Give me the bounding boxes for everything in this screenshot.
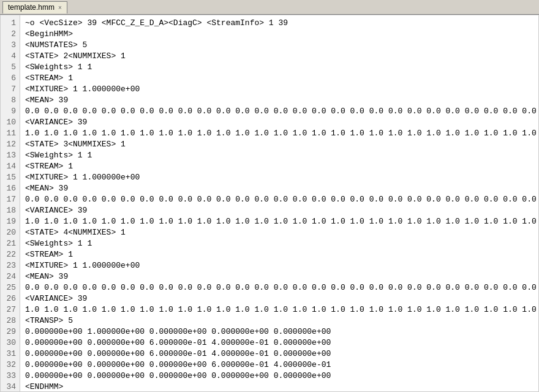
line-number: 25 [3, 282, 16, 293]
code-line: 0.0 0.0 0.0 0.0 0.0 0.0 0.0 0.0 0.0 0.0 … [25, 106, 533, 117]
line-number: 8 [3, 95, 16, 106]
line-number: 22 [3, 249, 16, 260]
code-line: <STATE> 2<NUMMIXES> 1 [25, 51, 533, 62]
code-line: <MEAN> 39 [25, 95, 533, 106]
line-number: 26 [3, 293, 16, 304]
line-number: 27 [3, 304, 16, 315]
line-number: 31 [3, 349, 16, 360]
code-line: <SWeights> 1 1 [25, 150, 533, 161]
code-line: 1.0 1.0 1.0 1.0 1.0 1.0 1.0 1.0 1.0 1.0 … [25, 128, 533, 139]
line-number: 12 [3, 139, 16, 150]
code-line: <MIXTURE> 1 1.000000e+00 [25, 172, 533, 183]
code-line: <STREAM> 1 [25, 249, 533, 260]
line-number: 33 [3, 371, 16, 382]
code-line: <STATE> 4<NUMMIXES> 1 [25, 227, 533, 238]
code-line: <VARIANCE> 39 [25, 205, 533, 216]
code-line: <SWeights> 1 1 [25, 62, 533, 73]
editor-area: 1234567891011121314151617181920212223242… [0, 15, 539, 392]
line-number: 13 [3, 150, 16, 161]
line-number: 5 [3, 62, 16, 73]
line-number: 11 [3, 128, 16, 139]
code-line: 1.0 1.0 1.0 1.0 1.0 1.0 1.0 1.0 1.0 1.0 … [25, 304, 533, 315]
line-number: 3 [3, 40, 16, 51]
code-line: 1.0 1.0 1.0 1.0 1.0 1.0 1.0 1.0 1.0 1.0 … [25, 216, 533, 227]
code-line: 0.000000e+00 1.000000e+00 0.000000e+00 0… [25, 326, 533, 337]
code-line: <STREAM> 1 [25, 161, 533, 172]
line-number: 1 [3, 18, 16, 29]
tab-label: template.hmm [8, 3, 55, 12]
code-line: 0.0 0.0 0.0 0.0 0.0 0.0 0.0 0.0 0.0 0.0 … [25, 194, 533, 205]
code-line: <MIXTURE> 1 1.000000e+00 [25, 84, 533, 95]
line-number: 17 [3, 194, 16, 205]
line-number: 15 [3, 172, 16, 183]
line-number: 9 [3, 106, 16, 117]
line-number: 4 [3, 51, 16, 62]
code-line: 0.000000e+00 0.000000e+00 0.000000e+00 0… [25, 371, 533, 382]
line-number: 14 [3, 161, 16, 172]
code-content[interactable]: ~o <VecSize> 39 <MFCC_Z_E_D_A><DiagC> <S… [20, 15, 538, 391]
line-number: 6 [3, 73, 16, 84]
line-number: 10 [3, 117, 16, 128]
code-line: <VARIANCE> 39 [25, 117, 533, 128]
line-number: 28 [3, 315, 16, 326]
code-line: <MEAN> 39 [25, 183, 533, 194]
code-line: <NUMSTATES> 5 [25, 40, 533, 51]
line-number: 21 [3, 238, 16, 249]
code-line: ~o <VecSize> 39 <MFCC_Z_E_D_A><DiagC> <S… [25, 18, 533, 29]
code-line: <STREAM> 1 [25, 73, 533, 84]
line-number: 32 [3, 360, 16, 371]
line-numbers: 1234567891011121314151617181920212223242… [1, 15, 20, 391]
line-number: 34 [3, 382, 16, 392]
line-number: 19 [3, 216, 16, 227]
code-line: <TRANSP> 5 [25, 315, 533, 326]
code-line: <SWeights> 1 1 [25, 238, 533, 249]
line-number: 2 [3, 29, 16, 40]
line-number: 23 [3, 260, 16, 271]
line-number: 7 [3, 84, 16, 95]
file-tab[interactable]: template.hmm × [2, 1, 67, 13]
line-number: 30 [3, 337, 16, 349]
code-line: <BeginHMM> [25, 29, 533, 40]
code-line: 0.000000e+00 0.000000e+00 6.000000e-01 4… [25, 337, 533, 349]
code-line: <VARIANCE> 39 [25, 293, 533, 304]
code-line: <ENDHMM> [25, 382, 533, 391]
line-number: 24 [3, 271, 16, 282]
tab-close-icon[interactable]: × [58, 4, 62, 11]
title-bar: template.hmm × [0, 0, 539, 15]
line-number: 16 [3, 183, 16, 194]
line-number: 29 [3, 326, 16, 337]
code-line: <MEAN> 39 [25, 271, 533, 282]
line-number: 18 [3, 205, 16, 216]
code-line: <MIXTURE> 1 1.000000e+00 [25, 260, 533, 271]
code-line: 0.0 0.0 0.0 0.0 0.0 0.0 0.0 0.0 0.0 0.0 … [25, 282, 533, 293]
code-line: 0.000000e+00 0.000000e+00 0.000000e+00 6… [25, 360, 533, 371]
code-line: 0.000000e+00 0.000000e+00 6.000000e-01 4… [25, 349, 533, 360]
line-number: 20 [3, 227, 16, 238]
code-line: <STATE> 3<NUMMIXES> 1 [25, 139, 533, 150]
